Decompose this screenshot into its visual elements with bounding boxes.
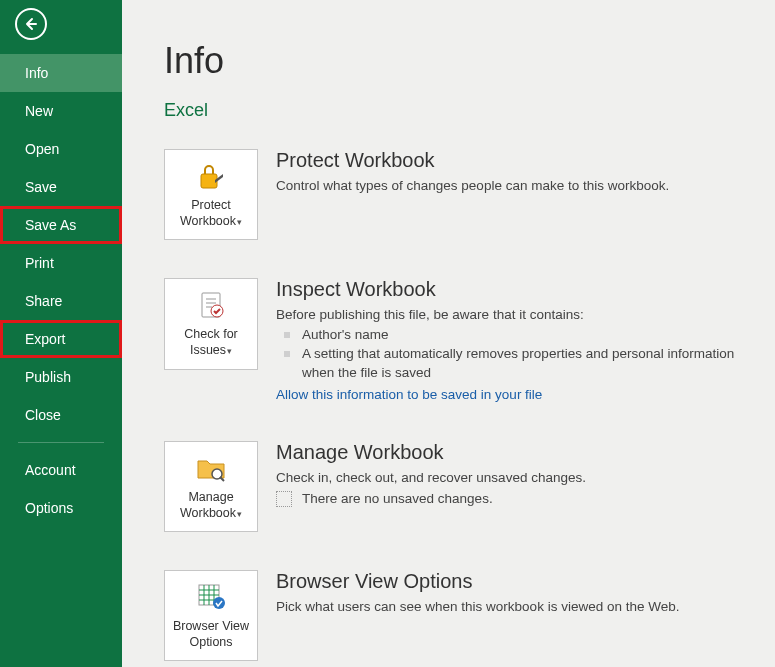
sidebar-item-label: Print [25, 255, 54, 271]
sidebar-item-label: Account [25, 462, 76, 478]
inspect-allow-link[interactable]: Allow this information to be saved in yo… [276, 387, 542, 402]
section-manage: Manage Workbook▾ Manage Workbook Check i… [164, 441, 747, 532]
sidebar-separator [18, 442, 104, 443]
sidebar-item-options[interactable]: Options [0, 489, 122, 527]
sidebar-item-label: New [25, 103, 53, 119]
inspect-bullets: Author's name A setting that automatical… [276, 326, 747, 383]
sidebar-item-new[interactable]: New [0, 92, 122, 130]
sidebar-items: Info New Open Save Save As Print Share E… [0, 54, 122, 527]
section-body: Inspect Workbook Before publishing this … [276, 278, 747, 403]
manage-empty-row: There are no unsaved changes. [276, 491, 747, 507]
sidebar-item-print[interactable]: Print [0, 244, 122, 282]
page-title: Info [164, 40, 747, 82]
main-content: Info Excel Protect Workbook▾ Protect Wor… [122, 0, 775, 667]
sidebar-item-label: Options [25, 500, 73, 516]
document-check-icon [195, 289, 227, 321]
browser-sheet-icon [195, 581, 227, 613]
sidebar-item-label: Export [25, 331, 65, 347]
lock-icon [195, 160, 227, 192]
sidebar-item-account[interactable]: Account [0, 451, 122, 489]
section-body: Browser View Options Pick what users can… [276, 570, 747, 618]
browser-heading: Browser View Options [276, 570, 747, 593]
inspect-heading: Inspect Workbook [276, 278, 747, 301]
inspect-desc: Before publishing this file, be aware th… [276, 307, 747, 322]
sidebar-item-label: Share [25, 293, 62, 309]
tile-label: Protect Workbook▾ [169, 198, 253, 229]
tile-label: Check for Issues▾ [169, 327, 253, 358]
folder-magnify-icon [195, 452, 227, 484]
sidebar-item-info[interactable]: Info [0, 54, 122, 92]
section-protect: Protect Workbook▾ Protect Workbook Contr… [164, 149, 747, 240]
file-placeholder-icon [276, 491, 292, 507]
section-inspect: Check for Issues▾ Inspect Workbook Befor… [164, 278, 747, 403]
sidebar-top [0, 0, 122, 54]
section-body: Manage Workbook Check in, check out, and… [276, 441, 747, 507]
tile-label: Browser View Options [169, 619, 253, 650]
back-button[interactable] [15, 8, 47, 40]
sidebar-item-label: Save As [25, 217, 76, 233]
manage-desc: Check in, check out, and recover unsaved… [276, 470, 747, 485]
protect-desc: Control what types of changes people can… [276, 178, 747, 193]
svg-point-6 [213, 597, 225, 609]
sidebar-item-label: Save [25, 179, 57, 195]
sidebar-item-open[interactable]: Open [0, 130, 122, 168]
protect-workbook-tile[interactable]: Protect Workbook▾ [164, 149, 258, 240]
svg-rect-0 [201, 174, 217, 188]
sidebar: Info New Open Save Save As Print Share E… [0, 0, 122, 667]
sidebar-item-save-as[interactable]: Save As [0, 206, 122, 244]
check-issues-tile[interactable]: Check for Issues▾ [164, 278, 258, 369]
sidebar-item-share[interactable]: Share [0, 282, 122, 320]
section-body: Protect Workbook Control what types of c… [276, 149, 747, 197]
tile-label: Manage Workbook▾ [169, 490, 253, 521]
sidebar-item-label: Open [25, 141, 59, 157]
inspect-bullet: Author's name [284, 326, 747, 345]
page-subtitle: Excel [164, 100, 747, 121]
protect-heading: Protect Workbook [276, 149, 747, 172]
sidebar-item-close[interactable]: Close [0, 396, 122, 434]
sidebar-item-label: Publish [25, 369, 71, 385]
sidebar-item-label: Close [25, 407, 61, 423]
section-browser: Browser View Options Browser View Option… [164, 570, 747, 661]
sidebar-item-save[interactable]: Save [0, 168, 122, 206]
manage-empty-text: There are no unsaved changes. [302, 491, 493, 506]
browser-desc: Pick what users can see when this workbo… [276, 599, 747, 614]
manage-heading: Manage Workbook [276, 441, 747, 464]
sidebar-item-label: Info [25, 65, 48, 81]
sidebar-item-publish[interactable]: Publish [0, 358, 122, 396]
sidebar-item-export[interactable]: Export [0, 320, 122, 358]
browser-view-tile[interactable]: Browser View Options [164, 570, 258, 661]
manage-workbook-tile[interactable]: Manage Workbook▾ [164, 441, 258, 532]
inspect-bullet: A setting that automatically removes pro… [284, 345, 747, 383]
back-arrow-icon [23, 16, 39, 32]
